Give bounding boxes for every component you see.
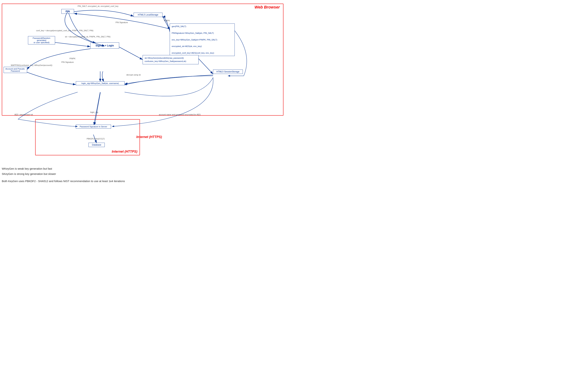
node-pwd-sig-server: Password Signature in Server bbox=[76, 125, 111, 129]
node-database: Database bbox=[88, 143, 105, 147]
footer-line4: Both KeyGen uses PBKDF2 - SHA512 and fol… bbox=[2, 179, 125, 184]
internet-label-text: Internet (HTTPS) bbox=[136, 135, 290, 161]
node-html5-local: HTML5 LocalStorage bbox=[134, 13, 162, 17]
label-pinpk: PINPK bbox=[164, 20, 170, 22]
label-pinpk2: PINPK bbox=[70, 57, 75, 60]
label-account-name: account name and password encrypted by A… bbox=[159, 113, 200, 116]
footer-line2: SKeyGen is strong key generation but slo… bbox=[2, 171, 125, 177]
label-login-sig: login_sig bbox=[90, 111, 98, 113]
node-account-pseudo: Account and Pseudo- Password bbox=[4, 67, 27, 73]
label-pin-sig2: PIN Signature bbox=[61, 61, 74, 63]
node-sk-block: sk=SKeyGen(reducedinfo(raw_password)) co… bbox=[143, 55, 199, 64]
label-pbkdf2: PBKDF2('sha3-512') bbox=[87, 138, 105, 140]
label-mapping: MAPPING(confusion_key, WKeyGen(account)) bbox=[11, 64, 52, 66]
label-decrypt-sk: decrypt using sk bbox=[126, 74, 141, 76]
diagram-container: Web Browser Internet (HTTPS) PIN HTML5 L… bbox=[0, 0, 294, 163]
node-html5-session: HTML5 SessionStorage bbox=[213, 70, 243, 74]
footer: WKeyGen is weak key generation but fast … bbox=[2, 166, 125, 184]
node-login-sig: login_sig=WKeyGen_Salt(sk, username) bbox=[76, 81, 125, 85]
label-pin-signature: PIN Signature bbox=[116, 21, 128, 23]
label-aes: AES_passphrase=sk bbox=[14, 113, 33, 116]
footer-line1: WKeyGen is weak key generation but fast bbox=[2, 166, 125, 171]
label-pin-salt: PIN_SALT, encrypted_sk, encrypted_conf_k… bbox=[78, 5, 118, 7]
label-conf-key: conf_key = decrypt(encrypted_conf_key, P… bbox=[36, 30, 93, 32]
node-password-random: Password(Random generated or user specif… bbox=[28, 36, 55, 44]
label-sk-decrypt: sk = decrypt(encrypted_sk, PINPK, PIN_SA… bbox=[65, 36, 110, 38]
node-pin: PIN bbox=[61, 9, 74, 14]
internet-label: Internet (HTTPS) bbox=[112, 150, 137, 154]
node-signup-login: Signup + Login bbox=[90, 43, 119, 49]
node-gen-block: gen(PIN_SALT) PINSignature=SKeyGen_Salt(… bbox=[170, 23, 235, 56]
web-browser-label: Web Browser bbox=[254, 5, 280, 10]
